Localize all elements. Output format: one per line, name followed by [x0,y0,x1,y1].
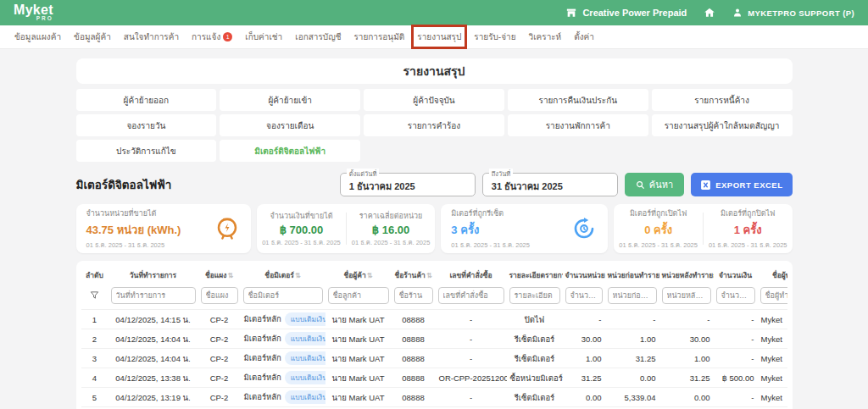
nav-item-label: ข้อมูลแผงค้า [14,30,61,43]
table-header-cell: หน่วยก่อนทำรายการ [605,266,659,285]
excel-icon [700,180,711,191]
user-icon [732,8,743,18]
sort-arrows-icon[interactable]: ⇅ [367,272,373,279]
table-row[interactable]: 304/12/2025, 14:04 น.CP-2มิเตอร์หลักแบบเ… [81,349,787,368]
filter-cell [605,285,659,310]
search-icon [636,180,645,190]
units-after: 1.00 [659,349,714,368]
nav-item[interactable]: การแจ้ง1 [192,30,232,43]
filter-input[interactable] [716,287,755,304]
meter-name: มิเตอร์หลักแบบเติมเงิน [241,329,326,349]
units-after: 0.00 [659,388,714,407]
filter-input[interactable] [662,287,711,304]
export-excel-button[interactable]: EXPORT EXCEL [691,173,792,196]
date-from-field[interactable]: ตั้งแต่วันที่ 1 ธันวาคม 2025 [340,173,476,196]
report-tab[interactable]: รายงานพักการค้า [508,114,648,136]
row-number: 5 [81,388,108,407]
created-by: Myket [758,368,787,388]
report-tab[interactable]: ผู้ค้าปัจจุบัน [364,89,504,111]
table-row[interactable]: 104/12/2025, 14:15 น.CP-2มิเตอร์หลักแบบเ… [81,310,787,329]
filter-input[interactable] [608,287,657,304]
stat-label: มิเตอร์ที่ถูกปิดไฟ [709,207,787,219]
report-tab[interactable]: รายงานสรุปผู้ค้าใกล้หมดสัญญา [652,114,793,136]
workspace-switcher[interactable]: Creative Power Prepaid [565,8,687,19]
filter-cell [392,285,436,310]
nav-item[interactable]: วิเคราะห์ [529,30,562,43]
units-amount: 0.00 [563,388,605,407]
nav-item[interactable]: ข้อมูลผู้ค้า [74,30,111,43]
money-amount: - [714,388,758,407]
filter-input[interactable] [243,287,323,304]
filter-input[interactable] [328,287,389,304]
transaction-detail: รีเซ็ตมิเตอร์ [507,349,563,368]
row-number: 2 [81,329,108,349]
meter-type-badge: แบบเติมเงิน [285,351,326,365]
filter-input[interactable] [438,287,504,304]
filter-toolbar: ตั้งแต่วันที่ 1 ธันวาคม 2025 ถึงวันที่ 3… [340,173,793,196]
stat-period: 01 ธ.ค. 2025 - 31 ธ.ค. 2025 [262,237,341,247]
date-to-field[interactable]: ถึงวันที่ 31 ธันวาคม 2025 [482,173,618,196]
report-tab[interactable]: มิเตอร์ดิจิตอลไฟฟ้า [220,140,360,162]
filter-input[interactable] [565,287,603,304]
date-from-value: 1 ธันวาคม 2025 [349,179,415,194]
user-menu[interactable]: MYKETPRO SUPPORT (P) [732,8,854,18]
report-tab[interactable]: รายการคืนเงินประกัน [508,89,648,111]
logo[interactable]: Myket PRO [14,3,53,22]
search-button[interactable]: ค้นหา [625,173,684,196]
report-tab[interactable]: รายการคำร้อง [364,114,504,136]
navbar: ข้อมูลแผงค้าข้อมูลผู้ค้าสนใจทำการค้าการแ… [0,25,868,49]
created-by: Myket [758,329,787,349]
filter-input[interactable] [201,287,238,304]
nav-item[interactable]: สนใจทำการค้า [124,30,179,43]
sort-arrows-icon[interactable]: ⇅ [426,272,432,279]
filter-input[interactable] [760,287,787,304]
sort-arrows-icon[interactable]: ⇅ [295,272,301,279]
nav-item[interactable]: รายการอนุมัติ [353,30,404,43]
filter-cell [326,285,392,310]
stat-value: 1 ครั้ง [709,221,787,239]
nav-item[interactable]: เก็บค่าเช่า [245,30,282,43]
units-before: 5,339.04 [605,388,659,407]
stat-block: จำนวนหน่วยที่ขายได้43.75 หน่วย (kWh.)01 … [76,207,192,250]
stat-card: มิเตอร์ที่ถูกรีเซ็ต3 ครั้ง01 ธ.ค. 2025 -… [441,204,608,253]
report-tab[interactable]: ผู้ค้าย้ายเข้า [220,89,360,111]
date-to-label: ถึงวันที่ [489,169,514,179]
home-button[interactable] [704,7,715,19]
sort-arrows-icon[interactable]: ⇅ [227,272,233,279]
table-row[interactable]: 204/12/2025, 14:04 น.CP-2มิเตอร์หลักแบบเ… [81,329,787,349]
report-tab[interactable]: จองรายวัน [76,114,217,136]
stat-label: จำนวนเงินที่ขายได้ [262,210,341,222]
report-tab[interactable]: จองรายเดือน [220,114,360,136]
shop-name: 08888 [392,310,436,329]
report-tab[interactable]: ผู้ค้าย้ายออก [76,89,217,111]
nav-item[interactable]: รายรับ-จ่าย [474,30,515,43]
nav-item[interactable]: รายงานสรุป [417,30,461,43]
stat-value: 3 ครั้ง [451,221,530,239]
stat-block: มิเตอร์ที่ถูกปิดไฟ1 ครั้ง01 ธ.ค. 2025 - … [704,207,793,250]
stat-value: ฿ 16.00 [352,224,431,236]
transaction-date: 04/12/2025, 13:19 น. [108,388,198,407]
report-tab[interactable]: ประวัติการแก้ไข [76,140,217,162]
stat-period: 01 ธ.ค. 2025 - 31 ธ.ค. 2025 [451,240,530,250]
stat-block: ราคาเฉลี่ยต่อหน่วย฿ 16.0001 ธ.ค. 2025 - … [347,210,436,247]
money-amount: ฿ 500.00 [714,368,758,388]
panel-name: CP-2 [198,329,241,349]
units-amount: 1.00 [563,349,605,368]
units-before: 0.00 [605,368,659,388]
filter-input[interactable] [111,287,196,304]
filter-funnel-icon[interactable] [84,290,106,300]
nav-item[interactable]: ตั้งค่า [574,30,594,43]
table-row[interactable]: 504/12/2025, 13:19 น.CP-2มิเตอร์หลักแบบเ… [81,388,787,407]
stat-value: 0 ครั้ง [619,221,698,239]
nav-item[interactable]: ข้อมูลแผงค้า [14,30,61,43]
nav-item-label: สนใจทำการค้า [124,30,179,43]
filter-cell [758,285,787,310]
units-before: - [605,310,659,329]
nav-item-label: การแจ้ง [192,30,220,43]
main-content: รายงานสรุป ผู้ค้าย้ายออกผู้ค้าย้ายเข้าผู… [76,58,793,409]
nav-item[interactable]: เอกสารบัญชี [295,30,341,43]
filter-input[interactable] [394,287,433,304]
filter-input[interactable] [509,287,560,304]
report-tab[interactable]: รายการหนี้ค้าง [652,89,793,111]
table-row[interactable]: 404/12/2025, 13:38 น.CP-2มิเตอร์หลักแบบเ… [81,368,787,388]
